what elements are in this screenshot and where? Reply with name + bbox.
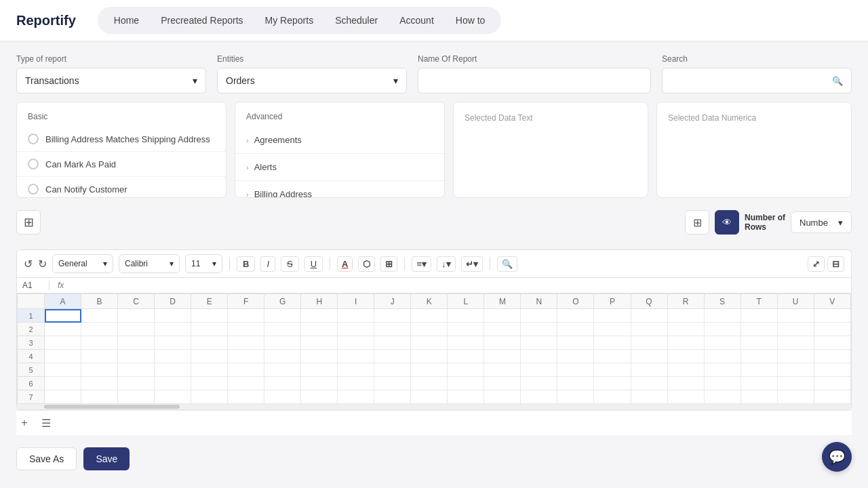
collapse-button[interactable]: ⊟ xyxy=(827,256,844,272)
horizontal-scrollbar[interactable] xyxy=(17,404,851,409)
cell-L5[interactable] xyxy=(448,363,484,377)
cell-D2[interactable] xyxy=(155,323,191,336)
cell-E7[interactable] xyxy=(191,390,228,404)
nav-my-reports[interactable]: My Reports xyxy=(256,11,323,30)
expand-button[interactable]: ⤢ xyxy=(808,256,825,272)
cell-T2[interactable] xyxy=(741,323,777,336)
cell-P2[interactable] xyxy=(594,323,631,336)
cell-R2[interactable] xyxy=(667,323,704,336)
cell-O7[interactable] xyxy=(557,390,594,404)
cell-L2[interactable] xyxy=(448,323,484,336)
font-select[interactable]: Calibri ▾ xyxy=(119,254,180,273)
radio-notify-customer[interactable] xyxy=(28,184,39,195)
col-header-S[interactable]: S xyxy=(704,294,741,309)
grid-view-button[interactable]: ⊞ xyxy=(16,210,41,235)
cell-H3[interactable] xyxy=(301,336,338,350)
eye-icon-button[interactable]: 👁 xyxy=(715,210,739,235)
col-header-G[interactable]: G xyxy=(264,294,301,309)
adv-item-billing-address[interactable]: › Billing Address xyxy=(235,181,444,198)
col-header-U[interactable]: U xyxy=(777,294,814,309)
cell-P7[interactable] xyxy=(594,390,631,404)
cell-I5[interactable] xyxy=(338,363,374,377)
cell-H6[interactable] xyxy=(301,377,338,390)
cell-D1[interactable] xyxy=(155,309,191,323)
cell-A7[interactable] xyxy=(45,390,81,404)
col-header-C[interactable]: C xyxy=(118,294,155,309)
cell-R5[interactable] xyxy=(667,363,704,377)
cell-S1[interactable] xyxy=(704,309,741,323)
cell-J3[interactable] xyxy=(374,336,411,350)
cell-F1[interactable] xyxy=(228,309,264,323)
cell-K5[interactable] xyxy=(411,363,448,377)
col-header-P[interactable]: P xyxy=(594,294,631,309)
cell-R6[interactable] xyxy=(667,377,704,390)
cell-S2[interactable] xyxy=(704,323,741,336)
cell-N3[interactable] xyxy=(521,336,557,350)
freeze-button[interactable]: ↓▾ xyxy=(437,256,456,272)
font-color-button[interactable]: A xyxy=(337,256,353,272)
cell-B4[interactable] xyxy=(81,350,118,363)
cell-C4[interactable] xyxy=(118,350,155,363)
cell-I7[interactable] xyxy=(338,390,374,404)
cell-E1[interactable] xyxy=(191,309,228,323)
nav-account[interactable]: Account xyxy=(390,11,443,30)
cell-G4[interactable] xyxy=(264,350,301,363)
cell-F6[interactable] xyxy=(228,377,264,390)
cell-Q6[interactable] xyxy=(631,377,667,390)
cell-L4[interactable] xyxy=(448,350,484,363)
cell-M6[interactable] xyxy=(484,377,521,390)
cell-P4[interactable] xyxy=(594,350,631,363)
cell-K7[interactable] xyxy=(411,390,448,404)
cell-O4[interactable] xyxy=(557,350,594,363)
cell-I6[interactable] xyxy=(338,377,374,390)
cell-S3[interactable] xyxy=(704,336,741,350)
cell-L1[interactable] xyxy=(448,309,484,323)
cell-G6[interactable] xyxy=(264,377,301,390)
col-header-O[interactable]: O xyxy=(557,294,594,309)
entities-select[interactable]: Orders ▾ xyxy=(217,68,407,94)
cell-O5[interactable] xyxy=(557,363,594,377)
cell-O2[interactable] xyxy=(557,323,594,336)
cell-V7[interactable] xyxy=(814,390,850,404)
cell-A6[interactable] xyxy=(45,377,81,390)
basic-item-notify-customer[interactable]: Can Notify Customer xyxy=(17,177,226,198)
cell-M5[interactable] xyxy=(484,363,521,377)
font-size-select[interactable]: 11 ▾ xyxy=(185,254,222,273)
number-of-rows-select[interactable]: Numbe ▾ xyxy=(791,211,852,233)
cell-M4[interactable] xyxy=(484,350,521,363)
cell-K3[interactable] xyxy=(411,336,448,350)
cell-K6[interactable] xyxy=(411,377,448,390)
cell-L7[interactable] xyxy=(448,390,484,404)
cell-J5[interactable] xyxy=(374,363,411,377)
cell-H5[interactable] xyxy=(301,363,338,377)
cell-D5[interactable] xyxy=(155,363,191,377)
cell-E5[interactable] xyxy=(191,363,228,377)
cell-N2[interactable] xyxy=(521,323,557,336)
cell-U3[interactable] xyxy=(777,336,814,350)
cell-Q1[interactable] xyxy=(631,309,667,323)
cell-Q3[interactable] xyxy=(631,336,667,350)
cell-K4[interactable] xyxy=(411,350,448,363)
cell-B6[interactable] xyxy=(81,377,118,390)
cell-P1[interactable] xyxy=(594,309,631,323)
cell-K2[interactable] xyxy=(411,323,448,336)
cell-O6[interactable] xyxy=(557,377,594,390)
cell-Q5[interactable] xyxy=(631,363,667,377)
col-header-K[interactable]: K xyxy=(411,294,448,309)
cell-G3[interactable] xyxy=(264,336,301,350)
name-of-report-field[interactable] xyxy=(427,75,642,86)
cell-U5[interactable] xyxy=(777,363,814,377)
cell-F2[interactable] xyxy=(228,323,264,336)
cell-R4[interactable] xyxy=(667,350,704,363)
cell-I2[interactable] xyxy=(338,323,374,336)
col-header-B[interactable]: B xyxy=(81,294,118,309)
radio-mark-paid[interactable] xyxy=(28,159,39,169)
cell-A1[interactable] xyxy=(45,309,81,323)
cell-B5[interactable] xyxy=(81,363,118,377)
cell-U1[interactable] xyxy=(777,309,814,323)
wrap-button[interactable]: ↵▾ xyxy=(461,256,483,272)
col-header-T[interactable]: T xyxy=(741,294,777,309)
cell-T6[interactable] xyxy=(741,377,777,390)
cell-I1[interactable] xyxy=(338,309,374,323)
cell-D6[interactable] xyxy=(155,377,191,390)
